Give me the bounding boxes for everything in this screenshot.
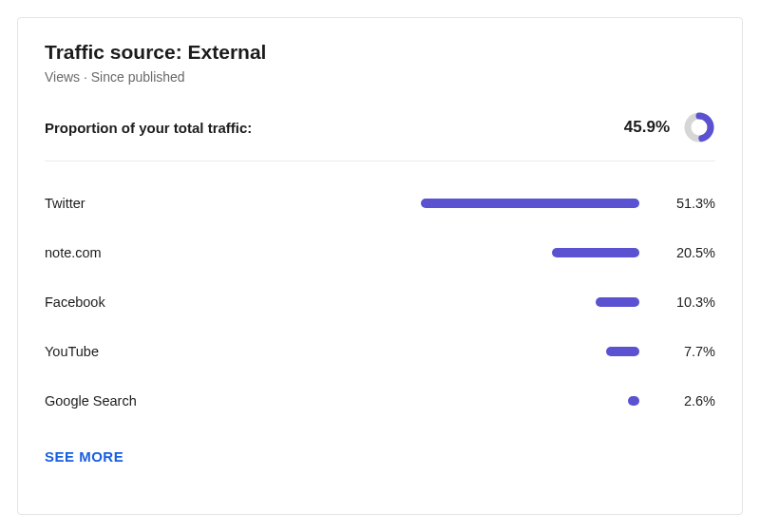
- bar-area: [235, 347, 639, 356]
- proportion-row: Proportion of your total traffic: 45.9%: [45, 111, 715, 162]
- source-value: 7.7%: [639, 344, 715, 359]
- source-row[interactable]: Twitter51.3%: [45, 179, 715, 228]
- bar: [552, 248, 639, 257]
- proportion-value: 45.9%: [624, 118, 670, 137]
- source-value: 51.3%: [639, 196, 715, 211]
- bar-area: [235, 248, 639, 257]
- proportion-label: Proportion of your total traffic:: [45, 120, 252, 136]
- card-title: Traffic source: External: [45, 41, 715, 64]
- source-label: Google Search: [45, 393, 235, 408]
- source-value: 10.3%: [639, 294, 715, 310]
- sources-list: Twitter51.3%note.com20.5%Facebook10.3%Yo…: [45, 179, 715, 426]
- proportion-right: 45.9%: [624, 111, 715, 143]
- proportion-donut-icon: [683, 111, 715, 143]
- bar: [596, 297, 639, 307]
- source-row[interactable]: note.com20.5%: [45, 228, 715, 277]
- source-value: 20.5%: [639, 245, 715, 260]
- source-label: Twitter: [45, 196, 235, 211]
- source-label: Facebook: [45, 294, 235, 310]
- bar: [421, 199, 639, 208]
- source-row[interactable]: Facebook10.3%: [45, 277, 715, 327]
- source-label: YouTube: [45, 344, 235, 359]
- traffic-source-card: Traffic source: External Views · Since p…: [17, 17, 743, 515]
- source-row[interactable]: Google Search2.6%: [45, 376, 715, 426]
- bar-area: [235, 297, 639, 307]
- bar-area: [235, 199, 639, 208]
- source-value: 2.6%: [639, 393, 715, 408]
- source-row[interactable]: YouTube7.7%: [45, 327, 715, 376]
- card-subtitle: Views · Since published: [45, 69, 715, 85]
- bar-area: [235, 396, 639, 406]
- see-more-button[interactable]: SEE MORE: [45, 448, 124, 465]
- source-label: note.com: [45, 245, 235, 260]
- bar: [628, 396, 639, 406]
- bar: [606, 347, 639, 356]
